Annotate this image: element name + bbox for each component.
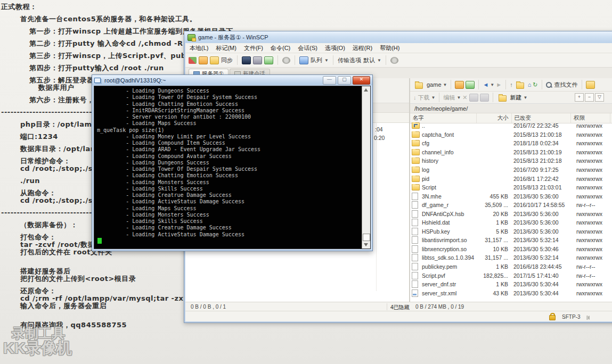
gear-icon[interactable] (282, 57, 290, 64)
file-row[interactable]: Script 2015/8/13 21:03:01 rwxrwxrwx root (410, 183, 612, 192)
file-row[interactable]: 3N.mhe 455 KB 2013/6/30 5:36:00 rwxrwxrw… (410, 192, 612, 201)
menu-item[interactable]: 远程(R) (353, 44, 372, 52)
file-rights: rwxrwxrwx (573, 149, 612, 155)
delete-icon[interactable]: ✕ (462, 95, 467, 101)
toolbar-separator (386, 55, 386, 65)
file-name: channel_info (422, 149, 454, 155)
remote-navigation-toolbar: game ▼ ◄ ▼ ► ↑ ⌂ ↻ (410, 78, 612, 92)
filter-view-button[interactable]: ▽ (595, 93, 604, 102)
synchronize-label[interactable]: 同步 (221, 56, 233, 64)
chevron-down-icon[interactable]: ▼ (324, 58, 329, 63)
queue-icon[interactable] (299, 56, 308, 64)
file-size: 43 KB (476, 290, 511, 296)
collapse-view-button[interactable]: − (585, 93, 594, 102)
file-row[interactable]: server_dnf.str 1 KB 2013/6/30 5:30:44 rw… (410, 280, 612, 289)
synchronize-icon[interactable] (210, 56, 219, 64)
file-type-icon (412, 184, 420, 191)
file-row[interactable]: pid 2016/8/1 17:22:42 rwxrwxrwx root (410, 174, 612, 183)
bookmark-icon[interactable] (466, 81, 475, 89)
menu-item[interactable]: 文件(F) (244, 44, 263, 52)
file-row[interactable]: Script.pvf 182,825... 2017/1/5 17:41:40 … (410, 271, 612, 280)
terminal-line: - Loading Tower Of Despair System Succes… (97, 166, 361, 172)
chevron-down-icon[interactable]: ▼ (490, 82, 494, 87)
file-row[interactable]: libnxencryption.so 10 KB 2013/6/30 5:30:… (410, 245, 612, 254)
edit-button[interactable]: 编辑 (443, 94, 455, 102)
console-icon[interactable] (242, 56, 251, 64)
terminal-console[interactable]: - Loading Dungeons Success - Loading Tow… (94, 86, 371, 249)
putty-titlebar[interactable]: root@QadhlV13319Q:~ — ▢ ✕ (92, 75, 372, 85)
remote-path-bar[interactable]: /home/neople/game/ (410, 104, 612, 113)
file-row[interactable]: server_str.xml 43 KB 2013/6/30 5:30:44 r… (410, 288, 612, 297)
file-type-icon (412, 158, 420, 164)
expand-view-button[interactable]: + (575, 93, 584, 102)
file-row[interactable]: HSPub.key 5 KB 2013/6/30 5:36:00 rwxrwxr… (410, 227, 612, 236)
maximize-button[interactable]: ▢ (338, 76, 351, 85)
note-line: 正式教程： (0, 3, 383, 11)
file-row[interactable]: .. 2016/7/2 22:32:45 rwxrwxrwx root (410, 121, 612, 130)
find-files-button[interactable]: 查找文件 (554, 81, 578, 89)
file-row[interactable]: channel_info 2015/8/13 21:00:19 rwxrwxrw… (410, 148, 612, 157)
chevron-down-icon[interactable]: ▼ (377, 58, 381, 63)
menu-item[interactable]: 会话(S) (298, 44, 317, 52)
root-directory-icon[interactable] (516, 82, 524, 89)
chevron-down-icon[interactable]: ▼ (456, 95, 461, 100)
chevron-down-icon[interactable]: ▼ (524, 95, 528, 100)
terminal-cursor (97, 238, 102, 244)
plugin-icon[interactable] (253, 56, 262, 64)
file-rights: rwxrwxrwx (573, 246, 612, 252)
file-row[interactable]: DNFAntiCpX.hsb 20 KB 2013/6/30 5:36:00 r… (410, 209, 612, 218)
terminal-scrollbar[interactable] (362, 86, 370, 249)
download-button[interactable]: 下载 (418, 94, 430, 102)
hidden-files-badge[interactable]: 4已隐藏 (390, 304, 410, 311)
close-button[interactable]: ✕ (353, 76, 370, 85)
back-icon[interactable]: ◄ (483, 82, 488, 88)
file-row[interactable]: libtss_sdk.so.1.0.394 31,157 ... 2013/6/… (410, 253, 612, 262)
file-row[interactable]: history 2015/8/13 21:02:18 rwxrwxrwx roo… (410, 156, 612, 166)
scrollbar-thumb[interactable] (363, 234, 370, 241)
terminal-line: - Loading Maps Success (97, 120, 361, 127)
file-row[interactable]: cfg 2018/1/18 0:02:34 rwxrwxrwx root (410, 139, 612, 148)
panel-icon[interactable] (264, 56, 273, 64)
chevron-down-icon[interactable]: ▼ (443, 82, 447, 87)
menu-item[interactable]: 帮助(H) (380, 44, 399, 52)
transfer-preset-label[interactable]: 默认 (363, 56, 375, 64)
new-button[interactable]: 新建 (510, 94, 522, 102)
menu-item[interactable]: 标记(M) (216, 44, 236, 52)
alerts-icon[interactable] (586, 316, 590, 320)
scroll-down-icon[interactable] (364, 243, 368, 246)
forward-icon[interactable]: ► (496, 82, 502, 88)
file-changed: 2015/8/13 21:02:18 (511, 158, 573, 164)
file-row[interactable]: libantisvrimport.so 31,157 ... 2013/6/30… (410, 236, 612, 245)
home-directory-icon[interactable]: ⌂ (528, 82, 532, 88)
transfer-options-icon[interactable] (390, 57, 398, 64)
minimize-button[interactable]: — (323, 76, 336, 85)
menu-item[interactable]: 本地(L) (190, 44, 208, 52)
local-status-text: 0 B / 0 B , 0 / 1 (191, 304, 226, 310)
rename-icon[interactable] (469, 94, 478, 102)
recorder-watermark: 录制工具 KK录像机 (3, 327, 72, 356)
refresh-icon[interactable]: ↻ (533, 82, 537, 88)
keys-icon[interactable] (586, 81, 595, 89)
directory-dropdown[interactable]: game (427, 81, 442, 88)
menu-item[interactable]: 命令(C) (271, 44, 290, 52)
synchronize-browsing-icon[interactable] (199, 56, 208, 64)
file-row[interactable]: captcha_font 2015/8/13 21:00:18 rwxrwxrw… (410, 130, 612, 139)
file-row[interactable]: log 2016/7/20 9:17:25 rwxrwxrwx root (410, 166, 612, 175)
file-name: publickey.pem (422, 263, 457, 270)
winscp-titlebar[interactable]: game - 服务器① - WinSCP — (184, 31, 612, 43)
file-row[interactable]: df_game_r 35,509 ... 2016/10/17 14:58:55… (410, 201, 612, 210)
transfer-settings-label[interactable]: 传输选项 (338, 56, 361, 64)
parent-directory-icon[interactable]: ↑ (510, 82, 513, 88)
file-row[interactable]: publickey.pem 1 KB 2016/6/18 23:44:45 rw… (410, 262, 612, 271)
menu-item[interactable]: 选项(O) (325, 44, 345, 52)
open-directory-icon[interactable] (455, 81, 464, 89)
scroll-up-icon[interactable] (364, 88, 368, 92)
file-row[interactable]: Hshield.dat 1 KB 2013/6/30 5:36:00 rwxrw… (410, 218, 612, 227)
file-name: pid (422, 176, 429, 182)
file-name: history (422, 158, 438, 164)
chevron-down-icon[interactable]: ▼ (431, 95, 436, 100)
queue-label[interactable]: 队列 (311, 56, 322, 64)
properties-icon[interactable] (480, 94, 489, 102)
layout-icon[interactable] (189, 57, 197, 64)
toolbar-separator (542, 80, 542, 89)
